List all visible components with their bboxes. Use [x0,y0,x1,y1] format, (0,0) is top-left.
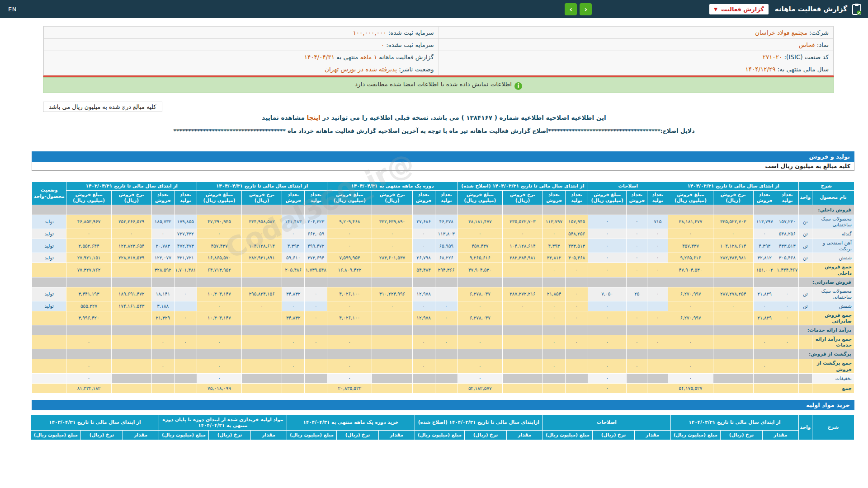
value-cell: ۵۴,۴۸۴ [412,263,435,277]
value-cell: ۰ [151,229,174,239]
section-row-fill [543,205,566,215]
value-cell [305,373,327,383]
status-cell [32,311,66,325]
value-cell [776,359,798,373]
section-row-fill [566,325,588,335]
value-cell: ۰ [197,373,241,383]
info-cell-right: نماد: فخاس [439,39,834,51]
section-row-fill [197,349,241,359]
value-cell: ۰ [627,359,647,373]
section-row-fill [435,205,458,215]
p-sub-col-header: نرخ (ریال) [721,430,763,440]
value-cell: ۰ [668,359,713,373]
value-cell: ۰ [566,263,588,277]
value-cell [435,287,458,301]
value-cell: ۱۱۳,۸۰۳ [435,229,458,239]
section-row-fill [668,205,713,215]
signature-match-notice: iاطلاعات نمایش داده شده با اطلاعات امضا … [43,77,834,93]
sub-col-header: نرخ فروش (ریال) [713,190,753,205]
sub-col-header: تعداد فروش [412,190,435,205]
value-cell [111,383,151,393]
value-cell: ۱۴۱,۴۸۳ [282,215,305,229]
value-cell: ۰ [588,239,627,253]
info-label: گزارش فعالیت ماهانه [377,53,434,61]
value-cell: ۰ [305,301,327,311]
section-row-fill [327,349,372,359]
value-cell [566,383,588,393]
value-cell: ۳۳۲,۶۳۹,۸۹۰ [372,215,412,229]
p-sub-col-header: نرخ (ریال) [592,430,634,440]
revision-text-before: این اطلاعیه اصلاحیه اطلاعیه شماره ( ۱۳۸۴… [321,114,606,121]
section-row-fill [372,205,412,215]
value-cell [543,373,566,383]
section-row-fill [282,277,305,287]
value-cell [372,373,412,383]
col-header-unit: واحد [798,190,812,205]
value-cell: ۰ [502,229,542,239]
section-row-fill [197,205,241,215]
value-cell: ۰ [588,359,627,373]
value-cell: ۰ [197,359,241,373]
section-row-fill [282,349,305,359]
value-cell: ۴,۳۹۳ [543,239,566,253]
value-cell: ۰ [111,229,151,239]
value-cell: ۰ [412,229,435,239]
value-cell: ۱۵۷,۹۴۵ [566,215,588,229]
section-row-fill [412,205,435,215]
col-header-status: وضعیت محصول-واحد [32,182,66,205]
section-row-fill [776,277,798,287]
section-row-fill [668,349,713,359]
value-cell: ۴۵۷,۴۳۷ [458,239,502,253]
product-name-cell: گندله [812,229,854,239]
sub-col-header: مبلغ فروش (میلیون ریال) [327,190,372,205]
status-cell: تولید [32,239,66,253]
previous-version-link[interactable]: اینجا [307,114,321,121]
info-label: منتهی به [335,53,360,61]
info-value: پذیرفته شده در بورس تهران [325,66,397,73]
section-row-fill [713,277,753,287]
value-cell [372,311,412,325]
table-row: محصولات سبک ساختمانیتن۱۵۷,۲۳۰۱۱۳,۷۹۷۳۳۵,… [32,215,854,229]
value-cell [566,359,588,373]
value-cell: ۱,۴۴۴,۴۶۷ [776,263,798,277]
p-sub-col-header: مبلغ (میلیون ریال) [415,430,464,440]
p-group-header-1: اصلاحات [542,415,670,430]
value-cell: ۹,۲۶۵,۶۱۶ [668,253,713,263]
sales-unit-note: کلیه مبالغ به میلیون ریال است [32,162,854,171]
value-cell: ۲۸۷,۲۷۲,۲۱۶ [502,287,542,301]
value-cell: ۰ [197,301,241,311]
value-cell [242,311,282,325]
value-cell: ۰ [566,287,588,301]
next-report-button[interactable]: › [565,3,577,15]
p-sub-col-header: مقدار [378,430,415,440]
value-cell: ۰ [627,215,647,229]
table-row: جمع فروش داخلی۱,۴۴۴,۴۶۷۱۵۱,۰۰۲۴۷,۹۰۴,۵۳۰… [32,263,854,277]
info-cell-left: سرمایه ثبت نشده: ۰ [44,39,439,51]
previous-report-button[interactable]: ‹ [580,3,592,15]
value-cell: ۰ [588,311,627,325]
section-row-fill [305,325,327,335]
unit-cell [798,383,812,393]
value-cell: ۵۴,۱۷۵,۵۲۷ [668,383,713,393]
report-type-dropdown[interactable]: گزارش فعالیت ▼ [709,4,768,14]
value-cell [627,373,647,383]
value-cell [713,383,753,393]
value-cell [753,373,776,383]
product-name-cell: جمع درآمد ارائه خدمات [812,335,854,349]
value-cell: ۰ [627,335,647,349]
value-cell: ۰ [151,359,174,373]
value-cell [111,311,151,325]
group-header-5: از ابتدای سال مالی تا تاریخ ۱۴۰۳/۰۴/۳۱ [66,182,197,191]
sub-col-header: مبلغ فروش (میلیون ریال) [668,190,713,205]
product-name-cell: شمش [812,253,854,263]
unit-cell: تن [798,253,812,263]
value-cell: ۰ [242,229,282,239]
value-cell: ۳۲۱,۷۲۱ [174,253,197,263]
info-cell-right: کد صنعت (ISIC): ۲۷۱۰۲۰ [439,51,834,63]
value-cell: ۲۵۲,۲۶۶,۵۲۹ [111,215,151,229]
section-row-fill [435,325,458,335]
section-row-fill [242,325,282,335]
language-toggle[interactable]: EN [8,6,17,13]
unit-cell: تن [798,229,812,239]
section-row-fill [647,349,668,359]
